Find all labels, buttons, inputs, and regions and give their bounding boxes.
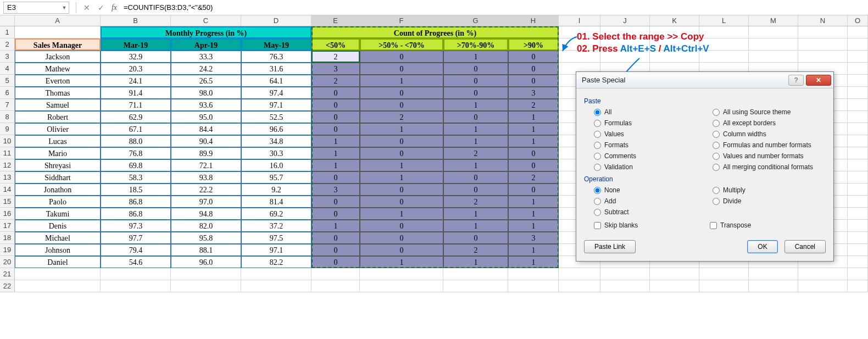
count-value[interactable]: 0	[443, 63, 508, 75]
count-value[interactable]: 1	[508, 256, 559, 268]
operation-option-radio[interactable]: None	[594, 186, 707, 194]
empty-cell[interactable]	[848, 280, 868, 292]
progress-value[interactable]: 88.0	[101, 135, 171, 147]
empty-cell[interactable]	[650, 280, 699, 292]
sales-manager-name[interactable]: Samuel	[15, 99, 101, 111]
progress-value[interactable]: 97.1	[241, 99, 311, 111]
progress-value[interactable]: 62.9	[101, 111, 171, 123]
accept-formula-icon[interactable]: ✓	[94, 2, 108, 14]
progress-value[interactable]: 88.1	[171, 244, 241, 256]
empty-cell[interactable]	[848, 220, 868, 232]
progress-value[interactable]: 97.7	[101, 232, 171, 244]
count-value[interactable]: 0	[508, 51, 559, 63]
count-value[interactable]: 0	[360, 147, 443, 159]
col-header-E[interactable]: E	[311, 15, 360, 26]
empty-cell[interactable]	[848, 147, 868, 159]
progress-value[interactable]: 84.4	[171, 123, 241, 135]
progress-value[interactable]: 90.4	[171, 135, 241, 147]
progress-value[interactable]: 69.2	[241, 208, 311, 220]
count-header[interactable]: >90%	[508, 38, 559, 51]
progress-value[interactable]: 58.3	[101, 171, 171, 184]
empty-cell[interactable]	[241, 268, 311, 280]
col-header-M[interactable]: M	[749, 15, 798, 26]
fx-icon[interactable]: fx	[108, 3, 120, 12]
col-header-N[interactable]: N	[798, 15, 848, 26]
progress-value[interactable]: 22.2	[171, 184, 241, 196]
sales-manager-name[interactable]: Shreyasi	[15, 159, 101, 171]
ok-button[interactable]: OK	[747, 240, 777, 253]
row-header-19[interactable]: 19	[0, 244, 15, 256]
col-header-H[interactable]: H	[508, 15, 559, 26]
progress-value[interactable]: 97.5	[241, 232, 311, 244]
col-header-K[interactable]: K	[650, 15, 699, 26]
count-value[interactable]: 0	[360, 184, 443, 196]
progress-value[interactable]: 26.5	[171, 75, 241, 87]
skip-blanks-checkbox[interactable]: Skip blanks	[594, 221, 710, 229]
col-header-O[interactable]: O	[848, 15, 868, 26]
empty-cell[interactable]	[650, 268, 699, 280]
empty-cell[interactable]	[241, 280, 311, 292]
progress-value[interactable]: 96.0	[171, 256, 241, 268]
empty-cell[interactable]	[699, 26, 749, 38]
progress-value[interactable]: 20.3	[101, 63, 171, 75]
sales-manager-name[interactable]: Jackson	[15, 51, 101, 63]
count-value[interactable]: 1	[443, 220, 508, 232]
count-value[interactable]: 1	[360, 208, 443, 220]
count-value[interactable]: 2	[360, 111, 443, 123]
paste-option-radio[interactable]: Values	[594, 130, 707, 138]
col-header-C[interactable]: C	[171, 15, 241, 26]
count-header[interactable]: >70%-90%	[443, 38, 508, 51]
count-value[interactable]: 2	[443, 147, 508, 159]
count-value[interactable]: 0	[311, 244, 360, 256]
progress-value[interactable]: 94.8	[171, 208, 241, 220]
col-header-G[interactable]: G	[443, 15, 508, 26]
empty-cell[interactable]	[101, 280, 171, 292]
empty-cell[interactable]	[749, 51, 798, 63]
row-header-7[interactable]: 7	[0, 99, 15, 111]
count-value[interactable]: 1	[443, 123, 508, 135]
count-value[interactable]: 0	[443, 111, 508, 123]
paste-option-radio[interactable]: Values and number formats	[713, 152, 826, 160]
empty-cell[interactable]	[848, 244, 868, 256]
progress-value[interactable]: 95.8	[171, 232, 241, 244]
empty-cell[interactable]	[559, 280, 600, 292]
count-value[interactable]: 1	[360, 123, 443, 135]
count-value[interactable]: 0	[311, 111, 360, 123]
count-value[interactable]: 0	[311, 256, 360, 268]
count-header[interactable]: >50% - <70%	[360, 38, 443, 51]
count-value[interactable]: 1	[360, 75, 443, 87]
empty-cell[interactable]	[848, 268, 868, 280]
empty-cell[interactable]	[15, 280, 101, 292]
progress-value[interactable]: 72.1	[171, 159, 241, 171]
count-value[interactable]: 0	[443, 75, 508, 87]
count-value[interactable]: 1	[311, 220, 360, 232]
empty-cell[interactable]	[360, 280, 443, 292]
progress-value[interactable]: 97.1	[241, 244, 311, 256]
progress-value[interactable]: 86.8	[101, 208, 171, 220]
count-value[interactable]: 1	[360, 256, 443, 268]
progress-value[interactable]: 64.1	[241, 75, 311, 87]
count-value[interactable]: 2	[311, 75, 360, 87]
progress-value[interactable]: 79.4	[101, 244, 171, 256]
empty-cell[interactable]	[360, 268, 443, 280]
paste-option-radio[interactable]: Formats	[594, 141, 707, 149]
progress-value[interactable]: 97.4	[241, 87, 311, 99]
progress-value[interactable]: 93.6	[171, 99, 241, 111]
count-value[interactable]: 1	[360, 171, 443, 184]
count-value[interactable]: 1	[508, 196, 559, 208]
empty-cell[interactable]	[311, 268, 360, 280]
col-header-A[interactable]: A	[15, 15, 101, 26]
transpose-checkbox[interactable]: Transpose	[710, 221, 826, 229]
cell-A1[interactable]	[15, 26, 101, 38]
sales-manager-name[interactable]: Daniel	[15, 256, 101, 268]
col-header-J[interactable]: J	[600, 15, 650, 26]
col-header-L[interactable]: L	[699, 15, 749, 26]
month-header[interactable]: Mar-19	[101, 38, 171, 51]
monthly-progress-title[interactable]: Monthly Progress (in %)	[101, 26, 311, 38]
close-button[interactable]: ✕	[806, 75, 831, 86]
paste-option-radio[interactable]: All merging conditional formats	[713, 163, 826, 171]
empty-cell[interactable]	[848, 111, 868, 123]
count-value[interactable]: 1	[508, 220, 559, 232]
empty-cell[interactable]	[15, 268, 101, 280]
progress-value[interactable]: 97.3	[101, 220, 171, 232]
